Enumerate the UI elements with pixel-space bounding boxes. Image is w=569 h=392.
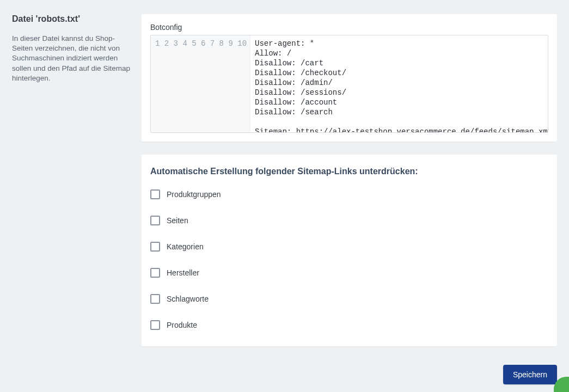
editor-label: Botconfig bbox=[150, 23, 548, 32]
checkbox-label: Produktgruppen bbox=[167, 190, 221, 199]
code-editor[interactable]: 1 2 3 4 5 6 7 8 9 10 User-agent: * Allow… bbox=[150, 35, 548, 133]
checkbox-row-hersteller[interactable]: Hersteller bbox=[150, 268, 548, 278]
checkbox-row-produkte[interactable]: Produkte bbox=[150, 320, 548, 330]
checkbox-label: Hersteller bbox=[167, 268, 199, 277]
checkbox[interactable] bbox=[150, 268, 160, 278]
sidebar: Datei 'robots.txt' In dieser Datei kanns… bbox=[12, 14, 142, 83]
checkbox-label: Seiten bbox=[167, 216, 188, 225]
robots-editor-card: Botconfig 1 2 3 4 5 6 7 8 9 10 User-agen… bbox=[142, 14, 557, 142]
line-gutter: 1 2 3 4 5 6 7 8 9 10 bbox=[151, 35, 250, 132]
checkbox[interactable] bbox=[150, 294, 160, 304]
sidebar-title: Datei 'robots.txt' bbox=[12, 14, 132, 24]
checkbox-row-kategorien[interactable]: Kategorien bbox=[150, 242, 548, 252]
sitemap-card-title: Automatische Erstellung folgender Sitema… bbox=[150, 163, 548, 176]
checkbox-label: Schlagworte bbox=[167, 295, 209, 303]
sidebar-description: In dieser Datei kannst du Shop-Seiten ve… bbox=[12, 34, 132, 83]
checkbox[interactable] bbox=[150, 320, 160, 330]
checkbox[interactable] bbox=[150, 216, 160, 225]
checkbox[interactable] bbox=[150, 242, 160, 252]
main-content: Botconfig 1 2 3 4 5 6 7 8 9 10 User-agen… bbox=[142, 14, 557, 359]
checkbox-row-schlagworte[interactable]: Schlagworte bbox=[150, 294, 548, 304]
checkbox-row-seiten[interactable]: Seiten bbox=[150, 216, 548, 225]
save-button[interactable]: Speichern bbox=[503, 365, 557, 384]
code-area[interactable]: User-agent: * Allow: / Disallow: /cart D… bbox=[250, 35, 548, 132]
checkbox-label: Kategorien bbox=[167, 242, 204, 251]
checkbox-row-produktgruppen[interactable]: Produktgruppen bbox=[150, 189, 548, 199]
checkbox[interactable] bbox=[150, 189, 160, 199]
checkbox-label: Produkte bbox=[167, 321, 197, 329]
sitemap-suppress-card: Automatische Erstellung folgender Sitema… bbox=[142, 155, 557, 346]
